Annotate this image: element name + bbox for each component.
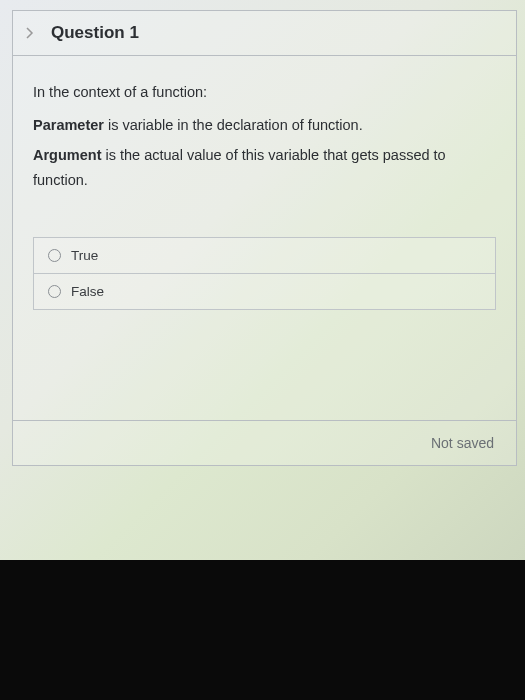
option-label: False: [71, 284, 104, 299]
chevron-right-icon: [23, 26, 37, 40]
option-true[interactable]: True: [34, 238, 495, 273]
question-header: Question 1: [13, 11, 516, 56]
option-false[interactable]: False: [34, 273, 495, 309]
bezel-bottom: [0, 560, 525, 700]
definition-parameter: Parameter is variable in the declaration…: [33, 113, 496, 138]
options-box: True False: [33, 237, 496, 310]
question-card: Question 1 In the context of a function:…: [12, 10, 517, 466]
question-body: In the context of a function: Parameter …: [13, 56, 516, 217]
question-context: In the context of a function:: [33, 80, 496, 105]
question-footer: Not saved: [13, 420, 516, 465]
argument-term: Argument: [33, 147, 101, 163]
question-title: Question 1: [51, 23, 139, 43]
radio-icon: [48, 249, 61, 262]
parameter-definition: is variable in the declaration of functi…: [104, 117, 363, 133]
quiz-screen: Question 1 In the context of a function:…: [0, 0, 525, 560]
radio-icon: [48, 285, 61, 298]
save-status: Not saved: [431, 435, 494, 451]
parameter-term: Parameter: [33, 117, 104, 133]
option-label: True: [71, 248, 98, 263]
definition-argument: Argument is the actual value of this var…: [33, 143, 496, 192]
